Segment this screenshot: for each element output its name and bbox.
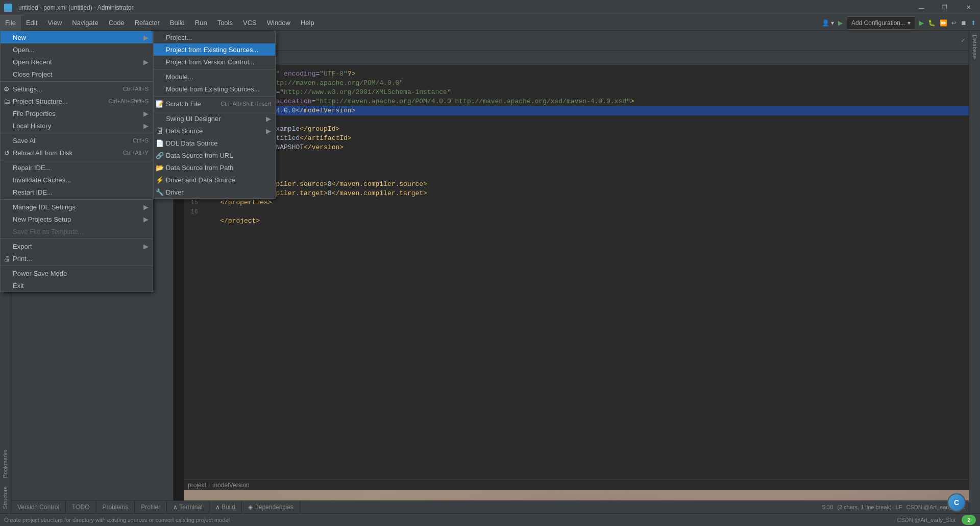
bottom-tab-todo[interactable]: TODO [66,501,96,513]
menu-entry-file-properties[interactable]: File Properties ▶ [1,107,153,119]
menu-code[interactable]: Code [104,15,130,31]
structure-icon: 🗂 [3,97,11,105]
breadcrumb: project › modelVersion [184,479,969,490]
bottom-tab-build[interactable]: ∧ Build [209,501,242,513]
new-menu-project-vcs[interactable]: Project from Version Control... [154,56,275,68]
separator-2 [1,133,153,133]
menu-entry-invalidate-label: Invalidate Caches... [13,176,149,184]
code-line-4: xsi:schemaLocation="http://maven.apache.… [184,97,969,106]
menu-entry-save-all[interactable]: Save All Ctrl+S [1,134,153,147]
add-config-label: Add Configuration... [851,19,905,27]
menu-entry-local-history[interactable]: Local History ▶ [1,119,153,132]
bottom-tab-terminal[interactable]: ∧ Terminal [167,501,209,513]
new-menu-project-existing-label: Project from Existing Sources... [166,46,271,54]
menu-entry-new-projects[interactable]: New Projects Setup ▶ [1,213,153,225]
menu-entry-save-template-label: Save File as Template... [13,228,149,235]
menu-entry-open-recent-arrow: ▶ [143,58,149,66]
menu-entry-save-template: Save File as Template... [1,225,153,237]
menu-refactor[interactable]: Refactor [130,15,165,31]
menu-entry-print[interactable]: 🖨 Print... [1,252,153,265]
new-menu-data-source[interactable]: 🗄 Data Source ▶ [154,125,275,137]
bottom-tab-problems[interactable]: Problems [96,501,135,513]
sidebar-tab-structure[interactable]: Structure [0,482,11,513]
stop-icon[interactable]: ⏹ [961,19,967,27]
sidebar-tab-bookmarks[interactable]: Bookmarks [0,446,11,482]
user-avatar[interactable]: C [947,493,966,512]
separator-6 [1,266,153,266]
menu-navigate[interactable]: Navigate [67,15,103,31]
menu-entry-close-project[interactable]: Close Project [1,68,153,80]
sidebar-tab-database[interactable]: Database [970,31,980,63]
menu-entry-file-properties-label: File Properties [13,110,141,117]
menu-entry-repair-ide[interactable]: Repair IDE... [1,161,153,174]
run-debug-icon[interactable]: 🐛 [928,19,936,27]
menu-entry-restart[interactable]: Restart IDE... [1,186,153,198]
profile-icon[interactable]: 👤 ▾ [822,19,834,27]
menu-entry-local-history-arrow: ▶ [143,122,149,130]
breadcrumb-sep-1: › [208,482,210,489]
new-menu-driver[interactable]: 🔧 Driver [154,186,275,198]
new-menu-driver-ds[interactable]: ⚡ Driver and Data Source [154,174,275,186]
code-line-11 [184,161,969,171]
menu-entry-power-save[interactable]: Power Save Mode [1,267,153,279]
separator-4 [1,199,153,200]
menu-entry-export[interactable]: Export ▶ [1,240,153,252]
menu-tools[interactable]: Tools [212,15,238,31]
new-menu-ddl-label: DDL Data Source [166,139,271,147]
menu-view[interactable]: View [42,15,67,31]
new-menu-ds-path[interactable]: 📂 Data Source from Path [154,161,275,174]
new-menu-scratch[interactable]: 📝 Scratch File Ctrl+Alt+Shift+Insert [154,98,275,110]
maximize-button[interactable]: ❐ [933,0,957,15]
menu-run[interactable]: Run [190,15,212,31]
menu-entry-invalidate[interactable]: Invalidate Caches... [1,174,153,186]
code-line-1: <?xml version="1.0" encoding="UTF-8"?> [184,69,969,79]
menu-entry-reload[interactable]: ↺ Reload All from Disk Ctrl+Alt+Y [1,147,153,159]
code-line-12: 12 <properties> [184,171,969,180]
run-rerun-icon[interactable]: ↩ [951,19,957,27]
status-bar: Create project structure for directory w… [0,513,980,526]
code-line-2: <project xmlns="http://maven.apache.org/… [184,79,969,88]
new-menu-module-existing[interactable]: Module from Existing Sources... [154,83,275,95]
new-menu-project-vcs-label: Project from Version Control... [166,58,271,66]
add-configuration[interactable]: Add Configuration... ▾ [847,16,915,30]
menu-edit[interactable]: Edit [21,15,42,31]
breadcrumb-modelversion[interactable]: modelVersion [212,482,250,489]
menu-entry-settings[interactable]: ⚙ Settings... Ctrl+Alt+S [1,83,153,95]
menu-entry-project-structure-label: Project Structure... [13,98,100,105]
scratch-icon: 📝 [156,100,164,108]
menu-bar: File Edit View Navigate Code Refactor Bu… [0,15,980,31]
new-menu-project[interactable]: Project... [154,31,275,43]
new-menu-project-label: Project... [166,34,271,41]
upload-icon[interactable]: ⬆ [971,19,976,27]
menu-entry-exit[interactable]: Exit [1,279,153,292]
menu-file[interactable]: File [0,15,21,31]
close-button[interactable]: ✕ [957,0,980,15]
run-green-icon[interactable]: ▶ [919,19,924,27]
menu-entry-open-recent[interactable]: Open Recent ▶ [1,56,153,68]
breadcrumb-project[interactable]: project [188,482,206,489]
new-menu-ds-url[interactable]: 🔗 Data Source from URL [154,149,275,161]
menu-build[interactable]: Build [165,15,190,31]
code-content[interactable]: <?xml version="1.0" encoding="UTF-8"?> <… [184,65,969,490]
menu-window[interactable]: Window [262,15,296,31]
menu-help[interactable]: Help [296,15,320,31]
run-stop-icon[interactable]: ⏩ [940,19,947,27]
menu-entry-manage-ide[interactable]: Manage IDE Settings ▶ [1,201,153,213]
arrow-right-icon: ▶ [838,19,843,27]
menu-vcs[interactable]: VCS [238,15,262,31]
menu-entry-open[interactable]: Open... [1,43,153,56]
code-line-9: <version>1.0-SNAPSHOT</version> [184,143,969,152]
menu-entry-new[interactable]: New ▶ [1,31,153,43]
avatar-area: C [947,493,966,512]
new-menu-project-existing[interactable]: Project from Existing Sources... [154,43,275,56]
app-icon [4,4,12,12]
minimize-button[interactable]: — [910,0,933,15]
new-menu-swing-ui[interactable]: Swing UI Designer ▶ [154,112,275,125]
new-menu-ddl[interactable]: 📄 DDL Data Source [154,137,275,149]
bottom-tab-dependencies[interactable]: ◈ Dependencies [242,501,300,513]
new-menu-module[interactable]: Module... [154,70,275,83]
bottom-tab-vcs[interactable]: Version Control [11,501,66,513]
menu-entry-project-structure[interactable]: 🗂 Project Structure... Ctrl+Alt+Shift+S [1,95,153,107]
menu-entry-manage-ide-label: Manage IDE Settings [13,203,141,211]
bottom-tab-profiler[interactable]: Profiler [135,501,167,513]
